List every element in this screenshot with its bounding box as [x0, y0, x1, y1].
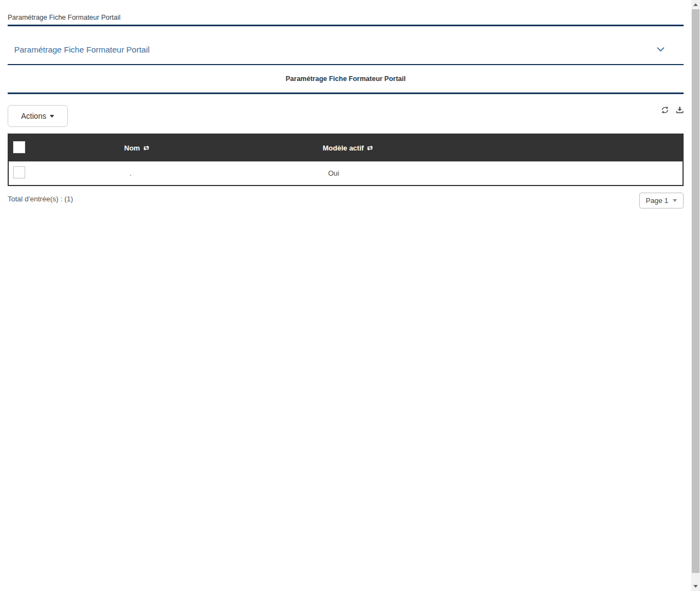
refresh-icon[interactable] [661, 106, 669, 114]
scrollbar[interactable] [691, 0, 700, 591]
page-selector-label: Page 1 [646, 196, 668, 205]
select-all-checkbox[interactable] [13, 141, 25, 153]
total-entries-label: Total d'entrée(s) : (1) [8, 195, 73, 203]
download-icon[interactable] [676, 106, 684, 114]
scrollbar-down-arrow[interactable] [691, 582, 700, 591]
page-content: Paramétrage Fiche Formateur Portail Para… [8, 0, 684, 208]
scrollbar-up-arrow[interactable] [691, 0, 700, 9]
table-footer: Total d'entrée(s) : (1) Page 1 [8, 193, 684, 208]
table-header-row: Nom Modèle actif [8, 134, 683, 161]
actions-button[interactable]: Actions [8, 105, 68, 127]
section-title-bar: Paramétrage Fiche Formateur Portail [8, 65, 684, 94]
caret-down-icon [673, 199, 677, 202]
section-title: Paramétrage Fiche Formateur Portail [285, 75, 406, 83]
panel-header[interactable]: Paramétrage Fiche Formateur Portail [8, 34, 684, 65]
chevron-down-icon[interactable] [656, 47, 665, 53]
caret-down-icon [50, 115, 54, 118]
breadcrumb-title: Paramétrage Fiche Formateur Portail [8, 14, 120, 21]
column-header-nom[interactable]: Nom [124, 134, 323, 161]
column-header-modele-actif[interactable]: Modèle actif [323, 134, 683, 161]
cell-nom: . [124, 161, 323, 186]
sort-icon [366, 145, 374, 151]
actions-button-label: Actions [21, 112, 46, 120]
row-select-cell [8, 161, 124, 186]
toolbar: Actions [8, 105, 684, 127]
column-label-nom: Nom [124, 144, 140, 152]
data-table: Nom Modèle actif [8, 134, 684, 186]
toolbar-icons [661, 106, 684, 114]
breadcrumb: Paramétrage Fiche Formateur Portail [8, 0, 684, 26]
scrollbar-thumb[interactable] [692, 9, 699, 573]
sort-icon [143, 145, 150, 151]
panel-title: Paramétrage Fiche Formateur Portail [8, 45, 150, 54]
column-label-modele-actif: Modèle actif [323, 144, 364, 152]
cell-modele-actif: Oui [323, 161, 683, 186]
table-row[interactable]: . Oui [8, 161, 683, 186]
select-all-cell [8, 134, 124, 161]
page-selector[interactable]: Page 1 [639, 193, 684, 208]
row-checkbox[interactable] [13, 166, 25, 178]
